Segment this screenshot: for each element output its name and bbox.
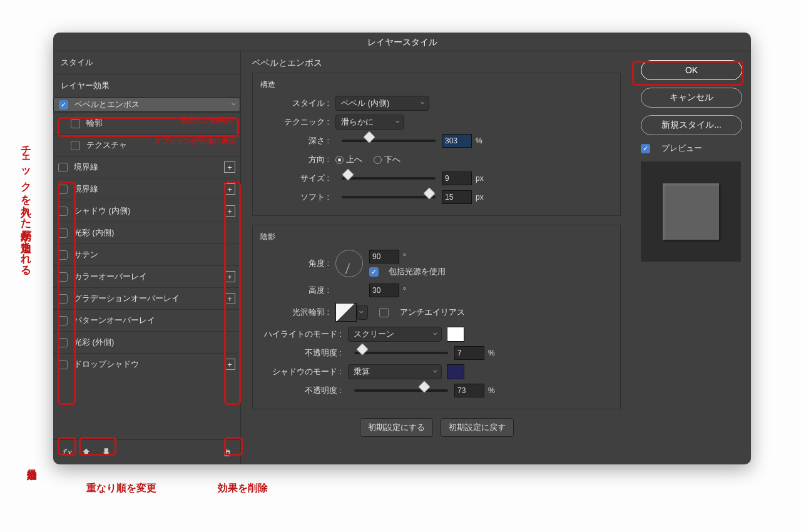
add-effect-icon[interactable]: + [224,271,235,282]
style-select[interactable]: ベベル (内側) [335,96,429,111]
altitude-input[interactable] [369,284,399,297]
effect-checkbox[interactable] [58,294,68,304]
effect-row-texture[interactable]: テクスチャ オプションが右側に表示 [53,134,240,156]
new-style-button[interactable]: 新規スタイル... [641,115,742,135]
shadow-opacity-slider[interactable] [354,389,448,392]
dialog-title: レイヤースタイル [367,37,437,47]
effect-row-outer-glow[interactable]: 光彩 (外側) [53,331,240,353]
effect-row-inner-shadow[interactable]: シャドウ (内側) + [53,200,240,222]
add-effect-icon[interactable]: + [224,205,235,217]
antialias-checkbox[interactable] [379,308,389,317]
direction-up-radio[interactable] [335,156,344,164]
highlight-mode-select[interactable]: スクリーン [348,327,442,342]
effect-row-bevel-emboss[interactable]: ✓ ベベルとエンボス [53,97,240,112]
shadow-color-swatch[interactable] [447,364,464,379]
shadow-mode-select[interactable]: 乗算 [348,364,442,379]
direction-down-label: 下へ [384,154,400,165]
size-label: サイズ : [260,173,335,184]
soft-input[interactable] [442,190,472,204]
effect-row-contour[interactable]: 輪郭 選択した効果の [53,112,240,134]
effect-label: テクスチャ [86,140,127,151]
effect-checkbox[interactable] [58,338,68,347]
effect-row-stroke-1[interactable]: 境界線 + [53,156,240,178]
highlight-opacity-input[interactable] [454,346,484,360]
effect-row-drop-shadow[interactable]: ドロップシャドウ + [53,353,240,375]
gloss-contour-picker[interactable] [335,303,357,322]
effect-checkbox[interactable]: ✓ [59,100,68,110]
highlight-opacity-slider[interactable] [354,352,448,354]
move-down-icon[interactable]: 🡇 [98,446,115,459]
effect-label: 境界線 [74,161,98,173]
effect-row-satin[interactable]: サテン [53,243,240,265]
preview-checkbox[interactable]: ✓ [641,144,650,153]
effect-checkbox[interactable] [58,163,68,172]
effect-checkbox[interactable] [58,228,68,238]
effect-label: 光彩 (内側) [74,227,114,238]
panel-title: ベベルとエンボス [252,58,621,69]
ok-button[interactable]: OK [641,60,742,80]
effect-label: ベベルとエンボス [74,99,140,110]
structure-group: 構造 スタイル : ベベル (内側) テクニック : 滑らかに 深さ : % 方… [252,73,621,216]
effect-checkbox[interactable] [71,141,80,150]
fx-menu-button[interactable]: fx [58,446,74,459]
add-effect-icon[interactable]: + [224,359,235,370]
effect-label: 光彩 (外側) [74,337,114,348]
add-effect-icon[interactable]: + [224,161,235,173]
effect-row-pattern-overlay[interactable]: パターンオーバーレイ [53,309,240,331]
antialias-label: アンチエイリアス [400,307,465,318]
technique-select[interactable]: 滑らかに [335,115,404,130]
angle-dial[interactable] [335,250,363,277]
effect-checkbox[interactable] [58,207,68,216]
effect-label: 境界線 [74,183,98,195]
global-light-label: 包括光源を使用 [389,266,446,277]
direction-up-label: 上へ [346,154,362,165]
effect-label: ドロップシャドウ [74,359,139,370]
make-default-button[interactable]: 初期設定にする [360,418,433,437]
effect-checkbox[interactable] [58,316,68,325]
depth-input[interactable] [442,134,472,148]
annotation-check-add: チェックを入れた効果が追加される [19,138,33,270]
effects-header[interactable]: レイヤー効果 [53,74,240,97]
preview-swatch [663,183,719,240]
gloss-label: 光沢輪郭 : [260,307,335,318]
add-effect-icon[interactable]: + [224,293,235,304]
effect-row-inner-glow[interactable]: 光彩 (内側) [53,222,240,243]
annotation-reorder: 重なり順を変更 [86,482,156,495]
style-label: スタイル : [260,98,335,109]
effect-row-stroke-2[interactable]: 境界線 + [53,178,240,200]
styles-header[interactable]: スタイル [53,51,240,74]
add-effect-icon[interactable]: + [224,183,235,195]
angle-input[interactable] [369,250,399,263]
depth-slider[interactable] [342,140,436,142]
effect-checkbox[interactable] [58,185,68,194]
highlight-mode-label: ハイライトのモード : [260,329,348,340]
move-up-icon[interactable]: 🡅 [78,446,94,459]
soft-slider[interactable] [342,196,436,198]
size-unit: px [476,174,484,183]
effect-checkbox[interactable] [58,250,68,260]
shadow-opacity-input[interactable] [454,384,484,397]
effect-checkbox[interactable] [58,272,68,282]
action-panel: OK キャンセル 新規スタイル... ✓ プレビュー [632,51,751,464]
highlight-color-swatch[interactable] [447,327,464,342]
annotation-delete: 効果を削除 [218,482,268,495]
effect-checkbox[interactable] [58,360,68,369]
cancel-button[interactable]: キャンセル [641,88,742,108]
effect-label: 輪郭 [86,118,103,129]
layer-style-dialog: レイヤースタイル スタイル レイヤー効果 ✓ ベベルとエンボス 輪郭 選択した効… [53,33,751,464]
size-input[interactable] [442,171,472,185]
size-slider[interactable] [342,177,436,180]
trash-icon[interactable]: 🗑 [219,446,235,459]
depth-unit: % [476,136,482,145]
gloss-dropdown-icon[interactable] [357,305,368,320]
effects-sidebar: スタイル レイヤー効果 ✓ ベベルとエンボス 輪郭 選択した効果の テクスチャ … [53,51,241,464]
global-light-checkbox[interactable]: ✓ [369,267,379,277]
effect-checkbox[interactable] [71,119,80,128]
degree-unit2: ° [403,286,406,295]
direction-down-radio[interactable] [374,156,382,164]
effect-row-color-overlay[interactable]: カラーオーバーレイ + [53,265,240,287]
shading-title: 陰影 [260,232,613,242]
effect-label: サテン [74,249,98,260]
reset-default-button[interactable]: 初期設定に戻す [441,418,514,437]
effect-row-gradient-overlay[interactable]: グラデーションオーバーレイ + [53,287,240,309]
